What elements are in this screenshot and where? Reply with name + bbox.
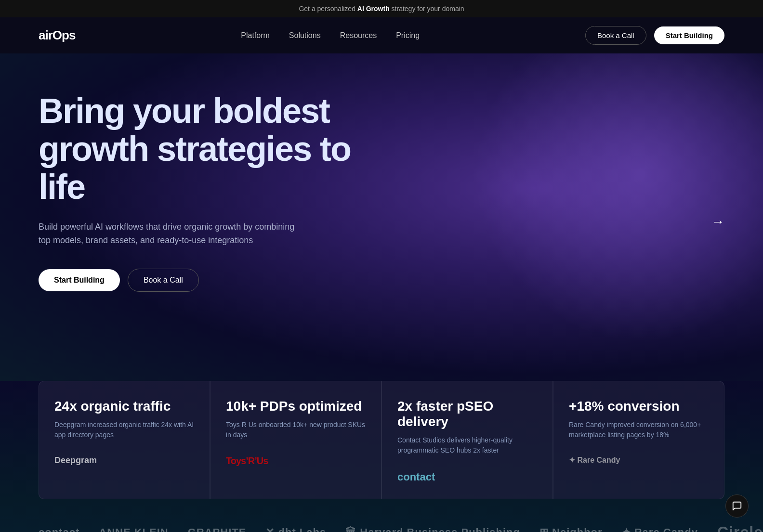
hero-content: Bring your boldest growth strategies to … — [39, 92, 400, 292]
stat-card-0: 24x organic traffic Deepgram increased o… — [39, 381, 210, 499]
nav-item-pricing[interactable]: Pricing — [396, 31, 420, 40]
nav-links: Platform Solutions Resources Pricing — [241, 31, 420, 40]
logo[interactable]: airOps — [39, 28, 75, 43]
top-banner: Get a personalized AI Growth strategy fo… — [0, 0, 763, 17]
stat-card-1: 10k+ PDPs optimized Toys R Us onboarded … — [210, 381, 382, 499]
nav-item-solutions[interactable]: Solutions — [289, 31, 321, 40]
banner-text: Get a personalized AI Growth strategy fo… — [299, 5, 464, 13]
stat-desc-2: Contact Studios delivers higher-quality … — [397, 435, 537, 455]
logo-contact: contact — [39, 526, 79, 532]
stat-card-2: 2x faster pSEO delivery Contact Studios … — [382, 381, 553, 499]
nav-book-call-button[interactable]: Book a Call — [585, 26, 646, 45]
hero-start-building-button[interactable]: Start Building — [39, 269, 120, 291]
stat-number-3: +18% conversion — [569, 399, 709, 414]
logo-circle: Circle — [717, 523, 763, 532]
stat-desc-3: Rare Candy improved conversion on 6,000+… — [569, 420, 709, 440]
logo-dbt-labs: ✕ dbt Labs — [265, 526, 326, 532]
hero-buttons: Start Building Book a Call — [39, 269, 400, 292]
logo-rare-candy: ✦ Rare Candy — [622, 526, 698, 532]
stat-number-1: 10k+ PDPs optimized — [226, 399, 366, 414]
chat-bubble-button[interactable] — [725, 494, 749, 518]
navbar: airOps Platform Solutions Resources Pric… — [0, 17, 763, 53]
nav-actions: Book a Call Start Building — [585, 26, 724, 45]
stat-card-3: +18% conversion Rare Candy improved conv… — [553, 381, 724, 499]
hero-title: Bring your boldest growth strategies to … — [39, 92, 400, 207]
logo-neighbor: ⊞ Neighbor — [539, 526, 603, 532]
logo-graphite: GRAPHITE — [188, 526, 247, 532]
hero-next-arrow[interactable]: → — [711, 214, 724, 230]
hero-book-call-button[interactable]: Book a Call — [128, 269, 199, 292]
nav-item-resources[interactable]: Resources — [340, 31, 377, 40]
nav-item-platform[interactable]: Platform — [241, 31, 270, 40]
stat-number-2: 2x faster pSEO delivery — [397, 399, 537, 429]
stat-logo-0: Deepgram — [54, 455, 194, 466]
hero-section: Bring your boldest growth strategies to … — [0, 53, 763, 390]
stat-desc-0: Deepgram increased organic traffic 24x w… — [54, 420, 194, 440]
stat-logo-1: Toys’R’Us — [226, 455, 366, 467]
hero-subtitle: Build powerful AI workflows that drive o… — [39, 220, 308, 248]
stat-logo-3: ✦ Rare Candy — [569, 455, 709, 465]
logo-anne-klein: ANNE KLEIN — [99, 526, 168, 532]
stat-logo-2: contact — [397, 471, 537, 483]
stat-number-0: 24x organic traffic — [54, 399, 194, 414]
logo-bar: contact ANNE KLEIN GRAPHITE ✕ dbt Labs 🏛… — [0, 499, 763, 532]
logo-harvard: 🏛 Harvard Business Publishing — [345, 526, 520, 532]
stat-desc-1: Toys R Us onboarded 10k+ new product SKU… — [226, 420, 366, 440]
stats-grid: 24x organic traffic Deepgram increased o… — [39, 381, 724, 499]
stats-section: 24x organic traffic Deepgram increased o… — [0, 381, 763, 499]
nav-start-building-button[interactable]: Start Building — [654, 26, 724, 44]
